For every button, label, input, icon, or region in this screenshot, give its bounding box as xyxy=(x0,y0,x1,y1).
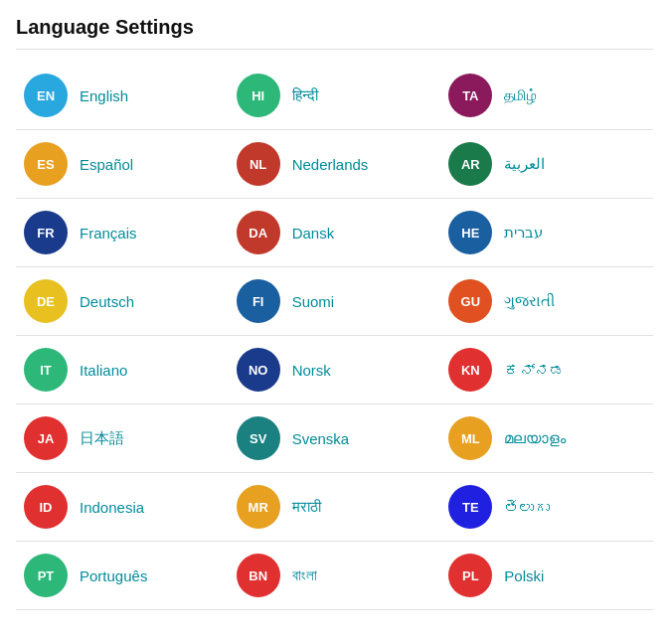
lang-name-it: Italiano xyxy=(80,362,127,379)
language-item-mr[interactable]: MRमराठी xyxy=(229,473,441,542)
lang-badge-sv: SV xyxy=(237,416,280,460)
language-item-te[interactable]: TEతెలుగు xyxy=(440,473,653,542)
language-grid: ENEnglishHIहिन्दीTAதமிழ்ESEspañolNLNeder… xyxy=(16,62,653,610)
lang-badge-he: HE xyxy=(448,211,492,254)
language-item-da[interactable]: DADansk xyxy=(229,199,441,267)
lang-badge-fr: FR xyxy=(24,211,68,254)
language-item-it[interactable]: ITItaliano xyxy=(16,336,229,404)
lang-name-ta: தமிழ் xyxy=(504,86,537,104)
lang-badge-it: IT xyxy=(24,348,68,392)
lang-badge-hi: HI xyxy=(237,74,280,117)
lang-badge-te: TE xyxy=(448,485,492,529)
lang-badge-pl: PL xyxy=(448,554,492,597)
lang-name-fr: Français xyxy=(80,225,137,242)
lang-badge-en: EN xyxy=(24,74,68,117)
lang-name-es: Español xyxy=(80,156,133,173)
lang-name-pl: Polski xyxy=(504,567,544,584)
lang-name-kn: ಕನ್ನಡ xyxy=(504,362,565,379)
lang-badge-ml: ML xyxy=(448,416,492,460)
language-item-ja[interactable]: JA日本語 xyxy=(16,404,229,473)
lang-name-bn: বাংলা xyxy=(292,566,317,584)
lang-badge-bn: BN xyxy=(237,554,280,597)
lang-name-id: Indonesia xyxy=(80,499,144,516)
lang-name-de: Deutsch xyxy=(80,293,134,310)
lang-name-fi: Suomi xyxy=(292,293,335,310)
lang-name-ja: 日本語 xyxy=(80,429,124,448)
lang-badge-kn: KN xyxy=(448,348,492,392)
language-item-ta[interactable]: TAதமிழ் xyxy=(440,62,653,130)
lang-badge-ja: JA xyxy=(24,416,68,460)
language-item-no[interactable]: NONorsk xyxy=(229,336,441,404)
language-item-nl[interactable]: NLNederlands xyxy=(229,130,441,199)
lang-badge-da: DA xyxy=(237,211,280,254)
lang-badge-ar: AR xyxy=(448,142,492,186)
lang-badge-gu: GU xyxy=(448,279,492,323)
lang-name-da: Dansk xyxy=(292,225,335,242)
lang-badge-ta: TA xyxy=(448,74,492,117)
language-item-es[interactable]: ESEspañol xyxy=(16,130,229,199)
lang-name-mr: मराठी xyxy=(292,498,321,516)
lang-badge-pt: PT xyxy=(24,554,68,597)
language-item-ml[interactable]: MLമലയാളം xyxy=(440,404,653,473)
page-title: Language Settings xyxy=(16,16,653,50)
lang-name-sv: Svenska xyxy=(292,430,350,447)
lang-badge-fi: FI xyxy=(237,279,280,323)
language-item-id[interactable]: IDIndonesia xyxy=(16,473,229,542)
lang-name-pt: Português xyxy=(80,567,147,584)
language-item-en[interactable]: ENEnglish xyxy=(16,62,229,130)
language-item-sv[interactable]: SVSvenska xyxy=(229,404,441,473)
lang-name-nl: Nederlands xyxy=(292,156,369,173)
lang-badge-mr: MR xyxy=(237,485,280,529)
lang-name-te: తెలుగు xyxy=(504,499,550,516)
language-item-pt[interactable]: PTPortuguês xyxy=(16,542,229,610)
lang-badge-de: DE xyxy=(24,279,68,323)
language-item-hi[interactable]: HIहिन्दी xyxy=(229,62,441,130)
lang-name-ar: العربية xyxy=(504,155,545,173)
language-item-bn[interactable]: BNবাংলা xyxy=(229,542,441,610)
language-item-de[interactable]: DEDeutsch xyxy=(16,267,229,336)
lang-badge-id: ID xyxy=(24,485,68,529)
lang-badge-nl: NL xyxy=(237,142,280,186)
lang-name-he: עברית xyxy=(504,224,543,242)
lang-name-en: English xyxy=(80,87,128,104)
language-item-kn[interactable]: KNಕನ್ನಡ xyxy=(440,336,653,404)
language-item-fr[interactable]: FRFrançais xyxy=(16,199,229,267)
language-item-he[interactable]: HEעברית xyxy=(440,199,653,267)
language-item-pl[interactable]: PLPolski xyxy=(440,542,653,610)
lang-name-hi: हिन्दी xyxy=(292,86,318,104)
language-item-gu[interactable]: GUગુજરાતી xyxy=(440,267,653,336)
lang-name-ml: മലയാളം xyxy=(504,429,566,447)
lang-name-no: Norsk xyxy=(292,362,331,379)
language-item-fi[interactable]: FISuomi xyxy=(229,267,441,336)
language-item-ar[interactable]: ARالعربية xyxy=(440,130,653,199)
lang-badge-es: ES xyxy=(24,142,68,186)
lang-name-gu: ગુજરાતી xyxy=(504,292,555,310)
lang-badge-no: NO xyxy=(237,348,280,392)
